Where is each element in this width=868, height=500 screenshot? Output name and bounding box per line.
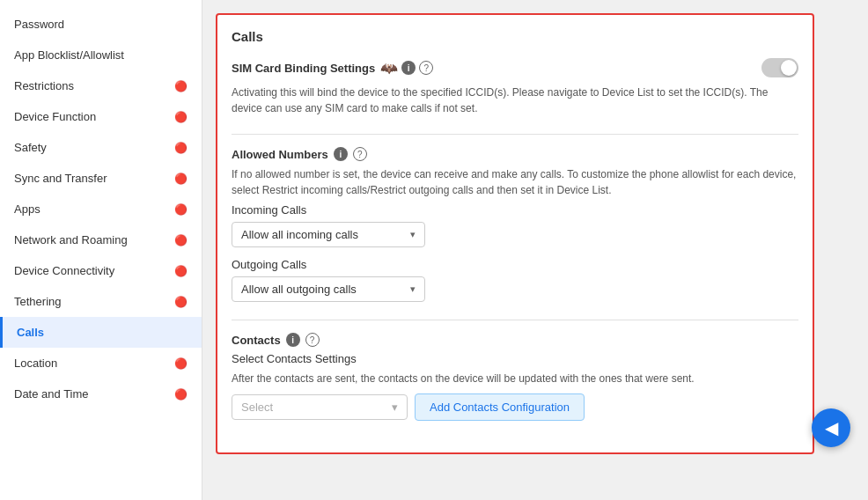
allowed-numbers-help-icon[interactable]: ? xyxy=(353,147,367,161)
sidebar-label-sync-transfer: Sync and Transfer xyxy=(14,172,107,185)
sim-title: SIM Card Binding Settings xyxy=(232,62,375,75)
sidebar-label-date-time: Date and Time xyxy=(14,387,89,401)
incoming-calls-dropdown[interactable]: Allow all incoming calls ▾ xyxy=(232,222,425,247)
select-contacts-subsection: Select Contacts Settings After the conta… xyxy=(232,352,798,421)
sidebar-item-apps[interactable]: Apps🔴 xyxy=(0,194,202,224)
sidebar-badge-restrictions: 🔴 xyxy=(174,80,188,92)
allowed-numbers-header: Allowed Numbers i ? xyxy=(232,147,798,161)
sim-info-icon[interactable]: i xyxy=(401,61,416,75)
incoming-calls-chevron: ▾ xyxy=(410,229,416,240)
sim-description: Activating this will bind the device to … xyxy=(232,85,798,116)
sidebar-label-device-function: Device Function xyxy=(14,110,96,123)
sidebar: PasswordApp Blocklist/AllowlistRestricti… xyxy=(0,0,202,500)
sidebar-item-sync-transfer[interactable]: Sync and Transfer🔴 xyxy=(0,163,202,194)
incoming-calls-subsection: Incoming Calls Allow all incoming calls … xyxy=(232,203,798,247)
sidebar-item-date-time[interactable]: Date and Time🔴 xyxy=(0,379,202,409)
sidebar-item-app-blocklist[interactable]: App Blocklist/Allowlist xyxy=(0,40,202,70)
sidebar-badge-location: 🔴 xyxy=(174,357,188,370)
sidebar-label-app-blocklist: App Blocklist/Allowlist xyxy=(14,48,124,62)
sidebar-badge-date-time: 🔴 xyxy=(174,388,188,401)
sim-help-icon[interactable]: ? xyxy=(419,61,433,75)
sim-header-row: SIM Card Binding Settings 🦇 i ? xyxy=(232,58,798,77)
sidebar-badge-apps: 🔴 xyxy=(174,203,188,216)
outgoing-calls-dropdown[interactable]: Allow all outgoing calls ▾ xyxy=(232,276,425,302)
calls-panel: Calls SIM Card Binding Settings 🦇 i ? Ac… xyxy=(216,13,814,454)
incoming-calls-label: Incoming Calls xyxy=(232,203,798,217)
contacts-select-chevron: ▾ xyxy=(392,401,398,414)
sidebar-item-safety[interactable]: Safety🔴 xyxy=(0,132,202,163)
sidebar-badge-device-function: 🔴 xyxy=(174,111,188,123)
sidebar-badge-tethering: 🔴 xyxy=(174,296,188,308)
allowed-numbers-info-icon[interactable]: i xyxy=(334,147,348,161)
fab-icon: ◀ xyxy=(825,417,838,438)
android-icon: 🦇 xyxy=(380,60,398,77)
allowed-numbers-description: If no allowed number is set, the device … xyxy=(232,166,798,198)
sidebar-badge-safety: 🔴 xyxy=(174,142,188,154)
sidebar-item-password[interactable]: Password xyxy=(0,9,202,40)
panel-title: Calls xyxy=(232,29,798,44)
sidebar-label-tethering: Tethering xyxy=(14,295,61,308)
allowed-numbers-section: Allowed Numbers i ? If no allowed number… xyxy=(232,147,798,302)
contacts-select-placeholder: Select xyxy=(241,401,273,414)
main-content: Calls SIM Card Binding Settings 🦇 i ? Ac… xyxy=(202,0,868,500)
sidebar-label-location: Location xyxy=(14,357,57,370)
contacts-header: Contacts i ? xyxy=(232,333,798,347)
contacts-select[interactable]: Select ▾ xyxy=(232,394,408,420)
sidebar-badge-device-connectivity: 🔴 xyxy=(174,265,188,277)
sim-section: SIM Card Binding Settings 🦇 i ? Activati… xyxy=(232,58,798,116)
contacts-title: Contacts xyxy=(232,334,281,347)
sidebar-item-location[interactable]: Location🔴 xyxy=(0,348,202,379)
divider-1 xyxy=(232,134,798,135)
fab-button[interactable]: ◀ xyxy=(812,408,850,447)
sidebar-label-network-roaming: Network and Roaming xyxy=(14,233,128,246)
sidebar-label-password: Password xyxy=(14,18,64,31)
sidebar-badge-sync-transfer: 🔴 xyxy=(174,173,188,185)
sidebar-item-device-connectivity[interactable]: Device Connectivity🔴 xyxy=(0,255,202,286)
sidebar-label-device-connectivity: Device Connectivity xyxy=(14,264,114,277)
outgoing-calls-value: Allow all outgoing calls xyxy=(241,283,357,296)
sidebar-item-network-roaming[interactable]: Network and Roaming🔴 xyxy=(0,224,202,255)
sidebar-item-device-function[interactable]: Device Function🔴 xyxy=(0,101,202,132)
sidebar-item-calls[interactable]: Calls xyxy=(0,317,202,348)
sidebar-label-apps: Apps xyxy=(14,202,40,216)
allowed-numbers-title: Allowed Numbers xyxy=(232,148,328,161)
sidebar-label-restrictions: Restrictions xyxy=(14,79,74,92)
contacts-row: Select ▾ Add Contacts Configuration xyxy=(232,393,798,421)
incoming-calls-value: Allow all incoming calls xyxy=(241,228,358,241)
sidebar-label-calls: Calls xyxy=(17,326,44,339)
sim-toggle[interactable] xyxy=(761,58,798,77)
contacts-help-icon[interactable]: ? xyxy=(305,333,320,347)
sidebar-badge-network-roaming: 🔴 xyxy=(174,234,188,246)
outgoing-calls-chevron: ▾ xyxy=(410,283,416,295)
add-contacts-button[interactable]: Add Contacts Configuration xyxy=(415,393,585,421)
divider-2 xyxy=(232,320,798,320)
select-contacts-title: Select Contacts Settings xyxy=(232,352,798,365)
outgoing-calls-label: Outgoing Calls xyxy=(232,258,798,271)
contacts-section: Contacts i ? Select Contacts Settings Af… xyxy=(232,333,798,421)
contacts-info-icon[interactable]: i xyxy=(286,333,300,347)
sidebar-item-tethering[interactable]: Tethering🔴 xyxy=(0,286,202,317)
sidebar-label-safety: Safety xyxy=(14,141,47,154)
outgoing-calls-subsection: Outgoing Calls Allow all outgoing calls … xyxy=(232,258,798,302)
contacts-description: After the contacts are sent, the contact… xyxy=(232,371,798,386)
sidebar-item-restrictions[interactable]: Restrictions🔴 xyxy=(0,70,202,101)
